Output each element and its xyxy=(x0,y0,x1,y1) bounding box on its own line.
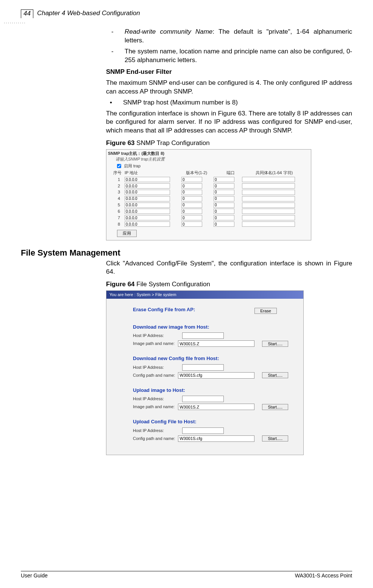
ul-config-start-button[interactable]: Start..... xyxy=(262,435,288,441)
figure63-caption-number: Figure 63 xyxy=(106,139,135,147)
trap-version-input[interactable] xyxy=(181,183,202,189)
apply-button[interactable]: 应用 xyxy=(117,230,137,237)
trap-ip-input[interactable] xyxy=(125,196,170,201)
chapter-title: Chapter 4 Web-based Configuration xyxy=(37,9,140,17)
figure63-caption-text: SNMP Trap Configuration xyxy=(135,139,210,147)
figure64-caption-text: File System Configuration xyxy=(135,281,210,288)
ul-image-hostip-input[interactable] xyxy=(182,396,224,402)
col-ver: 版本号(1-2) xyxy=(178,170,215,176)
trap-row: 8 xyxy=(106,221,311,228)
file-system-management-heading: File System Management xyxy=(21,248,352,258)
download-config-heading: Download new Config file from Host: xyxy=(133,355,288,362)
enable-trap-label: 启用 trap xyxy=(124,163,140,169)
trap-ip-input[interactable] xyxy=(125,190,170,195)
trap-row: 3 xyxy=(106,189,311,195)
row-seq: 6 xyxy=(113,209,125,214)
dash-icon: - xyxy=(106,47,125,65)
footer-right: WA3001-S Access Point xyxy=(295,572,352,579)
trap-port-input[interactable] xyxy=(214,221,234,227)
trap-row: 6 xyxy=(106,208,311,215)
host-ip-label: Host IP Address: xyxy=(133,365,182,370)
ul-config-path-input[interactable] xyxy=(178,435,254,442)
trap-community-input[interactable] xyxy=(242,209,295,214)
trap-community-input[interactable] xyxy=(242,203,295,208)
trap-version-input[interactable] xyxy=(181,203,202,208)
trap-row: 7 xyxy=(106,215,311,221)
trap-community-input[interactable] xyxy=(242,196,295,201)
page-footer: User Guide WA3001-S Access Point xyxy=(21,571,352,579)
trap-community-input[interactable] xyxy=(242,215,295,220)
row-seq: 1 xyxy=(113,177,125,182)
page-header: 44 Chapter 4 Web-based Configuration ···… xyxy=(21,9,352,18)
col-ip: IP 地址 xyxy=(125,170,178,176)
trap-row: 1 xyxy=(106,176,311,183)
erase-button[interactable]: Erase xyxy=(254,308,277,314)
trap-ip-input[interactable] xyxy=(125,203,170,208)
row-seq: 4 xyxy=(113,196,125,201)
trap-ip-input[interactable] xyxy=(125,221,170,227)
dl-image-hostip-input[interactable] xyxy=(182,332,224,339)
trap-ip-input[interactable] xyxy=(125,215,170,220)
trap-row: 5 xyxy=(106,202,311,208)
trap-port-input[interactable] xyxy=(214,183,234,189)
host-ip-label: Host IP Address: xyxy=(133,396,182,402)
trap-version-input[interactable] xyxy=(181,177,202,182)
trap-version-input[interactable] xyxy=(181,221,202,227)
trap-version-input[interactable] xyxy=(181,215,202,220)
trap-community-input[interactable] xyxy=(242,177,295,182)
breadcrumb: You are here : System > File system xyxy=(106,291,303,299)
enable-trap-checkbox[interactable] xyxy=(117,164,121,168)
trap-version-input[interactable] xyxy=(181,190,202,195)
trap-para: The configuration interface is shown in … xyxy=(106,109,352,136)
trap-community-input[interactable] xyxy=(242,190,295,195)
row-seq: 5 xyxy=(113,202,125,208)
trap-port-input[interactable] xyxy=(214,190,234,195)
rw-community-term: Read-write community Name xyxy=(125,28,212,35)
fsm-para: Click "Advanced Config/File System", the… xyxy=(106,259,352,277)
header-decorative-dots: ··········· xyxy=(4,20,26,25)
dl-config-start-button[interactable]: Start..... xyxy=(262,372,288,378)
dash-item: - The system name, location name and pri… xyxy=(106,47,352,65)
ul-image-path-input[interactable] xyxy=(178,404,254,410)
fig63-title: SNMP trap主机：(最大数目 8) xyxy=(106,150,311,156)
dl-config-path-input[interactable] xyxy=(178,372,254,379)
snmp-filter-para: The maximum SNMP end-user can be configu… xyxy=(106,79,352,96)
fig63-subtitle: 请输入SNMP trap主机设置 xyxy=(106,156,311,163)
trap-row: 2 xyxy=(106,183,311,189)
trap-ip-input[interactable] xyxy=(125,183,170,189)
trap-community-input[interactable] xyxy=(242,221,295,227)
trap-version-input[interactable] xyxy=(181,196,202,201)
bullet-icon: • xyxy=(106,98,123,107)
dash-icon: - xyxy=(106,28,125,45)
fig63-table-header: 序号 IP 地址 版本号(1-2) 端口 共同体名(1-64 字符) xyxy=(106,169,311,176)
config-path-label: Config path and name: xyxy=(133,436,178,441)
trap-port-input[interactable] xyxy=(214,209,234,214)
trap-port-input[interactable] xyxy=(214,177,234,182)
snmp-filter-heading: SNMP End-user Filter xyxy=(106,68,352,76)
col-seq: 序号 xyxy=(113,170,125,176)
config-path-label: Config path and name: xyxy=(133,373,178,378)
trap-port-input[interactable] xyxy=(214,196,234,201)
trap-ip-input[interactable] xyxy=(125,177,170,182)
row-seq: 7 xyxy=(113,215,125,221)
ul-image-start-button[interactable]: Start..... xyxy=(262,404,288,410)
image-path-label: Image path and name: xyxy=(133,404,178,410)
image-path-label: Image path and name: xyxy=(133,341,178,346)
trap-port-input[interactable] xyxy=(214,203,234,208)
trap-port-input[interactable] xyxy=(214,215,234,220)
dl-image-path-input[interactable] xyxy=(178,340,254,347)
col-port: 端口 xyxy=(215,170,246,176)
figure64-caption: Figure 64 File System Configuration xyxy=(106,280,352,289)
upload-image-heading: Upload image to Host: xyxy=(133,387,288,394)
dl-config-hostip-input[interactable] xyxy=(182,364,224,371)
trap-row: 4 xyxy=(106,195,311,202)
trap-version-input[interactable] xyxy=(181,209,202,214)
bullet-item: • SNMP trap host (Maximum number is 8) xyxy=(106,98,352,107)
host-ip-label: Host IP Address: xyxy=(133,333,182,338)
ul-config-hostip-input[interactable] xyxy=(182,427,224,434)
trap-community-input[interactable] xyxy=(242,183,295,189)
row-seq: 3 xyxy=(113,189,125,195)
dl-image-start-button[interactable]: Start..... xyxy=(262,341,288,347)
trap-ip-input[interactable] xyxy=(125,209,170,214)
download-image-heading: Download new image from Host: xyxy=(133,324,288,331)
